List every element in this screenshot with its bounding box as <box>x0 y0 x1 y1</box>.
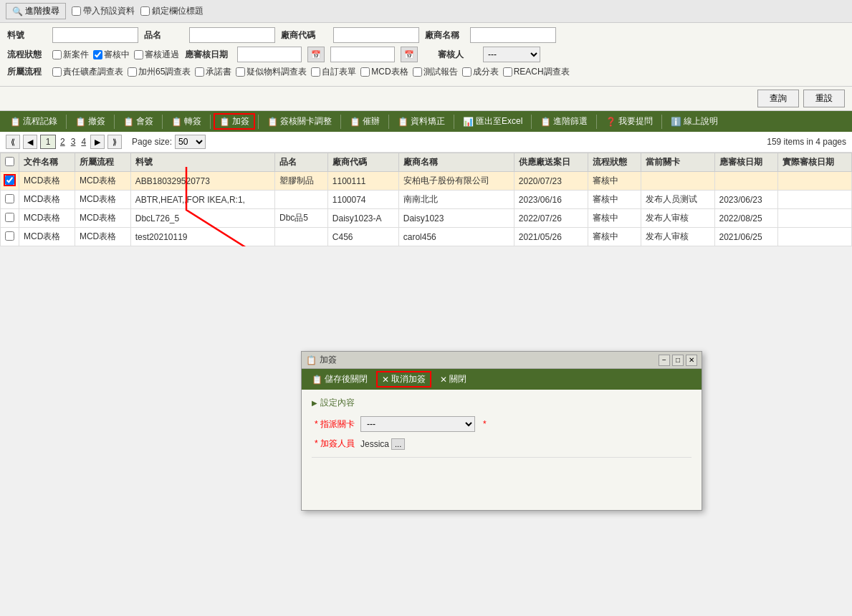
filter-row-1: 料號 品名 廠商代碼 廠商名稱 <box>7 27 845 43</box>
apply-date-from-input[interactable] <box>237 47 302 62</box>
page-4-link[interactable]: 4 <box>80 137 87 147</box>
row-status-1: 審核中 <box>588 172 641 191</box>
apply-date-to-cal-button[interactable]: 📅 <box>401 47 418 62</box>
toolbar-urge-button[interactable]: 📋 催辦 <box>344 113 386 130</box>
page-1[interactable]: 1 <box>40 135 56 149</box>
proc-responsible-label[interactable]: 責任礦產調查表 <box>52 66 123 78</box>
proc-mcd-label[interactable]: MCD表格 <box>360 66 408 78</box>
row-checkbox-cell-1[interactable] <box>1 172 19 191</box>
new-case-label[interactable]: 新案件 <box>52 49 89 61</box>
reviewer-select[interactable]: --- <box>483 47 540 62</box>
vendor-name-input[interactable] <box>470 27 556 43</box>
toolbar-withdraw-button[interactable]: 📋 撤簽 <box>70 113 111 130</box>
proc-ca65-label[interactable]: 加州65調查表 <box>128 66 191 78</box>
proc-composition-label[interactable]: 成分表 <box>462 66 499 78</box>
material-no-input[interactable] <box>52 27 138 43</box>
row-apply-date-2: 2023/06/23 <box>714 191 777 209</box>
row-status-3: 審核中 <box>588 209 641 228</box>
toolbar-transfer-button[interactable]: 📋 轉簽 <box>166 113 207 130</box>
table-row[interactable]: MCD表格 MCD表格 ABTR,HEAT,,FOR IKEA,R:1, 110… <box>1 191 852 209</box>
proc-composition-checkbox[interactable] <box>462 67 472 77</box>
advanced-search-button[interactable]: 🔍 進階搜尋 <box>6 3 66 19</box>
proc-test-report-label[interactable]: 測試報告 <box>413 66 458 78</box>
action-row: 查詢 重設 <box>0 87 852 111</box>
row-checkbox-3[interactable] <box>5 213 14 222</box>
new-case-checkbox[interactable] <box>52 50 62 59</box>
apply-date-from-cal-button[interactable]: 📅 <box>307 47 325 62</box>
toolbar-help-button[interactable]: ❓ 我要提問 <box>600 113 659 130</box>
col-header-check[interactable] <box>1 153 19 172</box>
fix-column-checkbox-label[interactable]: 鎖定欄位標題 <box>140 5 204 17</box>
row-doc-name-3: MCD表格 <box>19 209 75 228</box>
table-header-row: 文件名稱 所屬流程 料號 品名 廠商代碼 廠商名稱 供應廠送案日 流程狀態 當前… <box>1 153 852 172</box>
reviewing-label[interactable]: 審核中 <box>93 49 130 61</box>
page-info: 159 items in 4 pages <box>767 137 846 147</box>
fix-column-checkbox[interactable] <box>140 6 150 16</box>
row-submit-date-4: 2021/05/26 <box>514 228 588 246</box>
reset-button[interactable]: 重設 <box>803 90 845 107</box>
toolbar-sep-1 <box>66 115 67 129</box>
row-current-card-2: 发布人员测试 <box>641 191 714 209</box>
toolbar-export-excel-button[interactable]: 📊 匯出至Excel <box>457 113 528 130</box>
owner-process-checkboxes: 責任礦產調查表 加州65調查表 承諾書 疑似物料調查表 自訂表單 MCD表格 測… <box>52 66 570 78</box>
select-all-checkbox[interactable] <box>5 157 14 166</box>
toolbar-add-sign-button[interactable]: 📋 加簽 <box>214 113 255 130</box>
page-size-select[interactable]: 10 25 50 100 <box>175 135 206 149</box>
table-row[interactable]: MCD表格 MCD表格 DbcL726_5 Dbc品5 Daisy1023-A … <box>1 209 852 228</box>
toolbar-sign-card-adjust-button[interactable]: 📋 簽核關卡調整 <box>262 113 338 130</box>
table-row[interactable]: MCD表格 MCD表格 ABB180329520773 塑膠制品 1100111… <box>1 172 852 191</box>
proc-ca65-checkbox[interactable] <box>128 67 137 77</box>
proc-reach-checkbox[interactable] <box>503 67 512 77</box>
col-header-current-card: 當前關卡 <box>641 153 714 172</box>
process-status-label: 流程狀態 <box>7 49 47 61</box>
toolbar-sep-7 <box>388 115 389 129</box>
import-data-checkbox-label[interactable]: 帶入預設資料 <box>72 5 135 17</box>
row-checkbox-4[interactable] <box>5 231 14 241</box>
toolbar-data-correct-button[interactable]: 📋 資料矯正 <box>392 113 451 130</box>
apply-date-to-input[interactable] <box>330 47 395 62</box>
row-submit-date-1: 2020/07/23 <box>514 172 588 191</box>
row-checkbox-cell-2[interactable] <box>1 191 19 209</box>
row-product-name-2 <box>274 191 327 209</box>
page-next-button[interactable]: ▶ <box>90 135 105 149</box>
proc-commitment-checkbox[interactable] <box>195 67 204 77</box>
proc-mcd-checkbox[interactable] <box>360 67 370 77</box>
page-3-link[interactable]: 3 <box>70 137 77 147</box>
row-checkbox-cell-3[interactable] <box>1 209 19 228</box>
row-checkbox-1[interactable] <box>5 175 14 185</box>
row-submit-date-3: 2022/07/26 <box>514 209 588 228</box>
export-excel-label: 匯出至Excel <box>476 115 522 127</box>
row-checkbox-2[interactable] <box>5 194 14 203</box>
toolbar-countersign-button[interactable]: 📋 會簽 <box>118 113 159 130</box>
col-header-process: 所屬流程 <box>75 153 130 172</box>
import-data-checkbox[interactable] <box>72 6 81 16</box>
row-checkbox-cell-4[interactable] <box>1 228 19 246</box>
page-prev-button[interactable]: ◀ <box>23 135 37 149</box>
toolbar-process-record-button[interactable]: 📋 流程記錄 <box>4 113 63 130</box>
proc-test-report-checkbox[interactable] <box>413 67 422 77</box>
row-submit-date-2: 2023/06/16 <box>514 191 588 209</box>
proc-custom-checkbox[interactable] <box>311 67 320 77</box>
proc-commitment-label[interactable]: 承諾書 <box>195 66 231 78</box>
proc-reach-label[interactable]: REACH調查表 <box>503 66 570 78</box>
proc-responsible-checkbox[interactable] <box>52 67 62 77</box>
proc-custom-label[interactable]: 自訂表單 <box>311 66 356 78</box>
proc-suspicious-checkbox[interactable] <box>236 67 245 77</box>
toolbar-sep-10 <box>596 115 597 129</box>
data-table: 文件名稱 所屬流程 料號 品名 廠商代碼 廠商名稱 供應廠送案日 流程狀態 當前… <box>0 153 852 246</box>
product-name-input[interactable] <box>189 27 275 43</box>
toolbar-advanced-filter-button[interactable]: 📋 進階篩選 <box>535 113 593 130</box>
page-first-button[interactable]: ⟪ <box>6 135 20 149</box>
table-row[interactable]: MCD表格 MCD表格 test20210119 C456 carol456 2… <box>1 228 852 246</box>
vendor-code-input[interactable] <box>333 27 419 43</box>
proc-suspicious-label[interactable]: 疑似物料調查表 <box>236 66 307 78</box>
row-product-name-3: Dbc品5 <box>274 209 327 228</box>
row-material-no-1: ABB180329520773 <box>130 172 274 191</box>
review-pass-checkbox[interactable] <box>134 50 143 59</box>
page-2-link[interactable]: 2 <box>59 137 67 147</box>
page-last-button[interactable]: ⟫ <box>107 135 122 149</box>
query-button[interactable]: 查詢 <box>757 90 799 107</box>
reviewing-checkbox[interactable] <box>93 50 102 59</box>
review-pass-label[interactable]: 審核通過 <box>134 49 179 61</box>
toolbar-online-help-button[interactable]: ℹ️ 線上說明 <box>665 113 724 130</box>
